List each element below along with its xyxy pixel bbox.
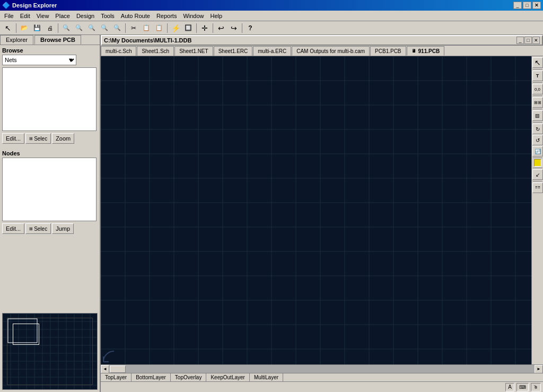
doc-minimize-button[interactable]: _ <box>516 37 524 44</box>
app-icon: 🔷 <box>2 2 10 9</box>
tab-browse-pcb[interactable]: Browse PCB <box>34 35 81 45</box>
tab-multi-c-sch[interactable]: multi-c.Sch <box>101 46 136 56</box>
status-cell-keyboard: ⌨ <box>516 383 529 391</box>
pointer-tool-button[interactable]: ↖ <box>2 22 14 34</box>
cut-button[interactable]: ✂ <box>128 22 139 34</box>
move-button[interactable]: ⚡ <box>170 22 181 34</box>
doc-controls[interactable]: _ □ ✕ <box>516 37 540 44</box>
menu-reports[interactable]: Reports <box>153 12 180 20</box>
print-button[interactable]: 🖨 <box>44 22 56 34</box>
menu-design[interactable]: Design <box>73 12 98 20</box>
help-button[interactable]: ? <box>244 22 256 34</box>
zoom-in-button[interactable]: 🔍 <box>60 22 72 34</box>
toolbar-separator-2 <box>58 23 58 33</box>
title-bar-controls[interactable]: _ □ ✕ <box>513 2 541 9</box>
tab-pcb1-pcb[interactable]: PCB1.PCB <box>370 46 406 56</box>
browse-edit-button[interactable]: Edit... <box>2 133 24 144</box>
nodes-jump-button[interactable]: Jump <box>52 223 74 234</box>
tab-multi-a-erc[interactable]: multi-a.ERC <box>253 46 291 56</box>
toolbar-separator-3 <box>125 23 126 33</box>
minimap-viewport <box>13 324 39 345</box>
title-bar: 🔷 Design Explorer _ □ ✕ <box>0 0 543 11</box>
menu-place[interactable]: Place <box>52 12 73 20</box>
nodes-listbox[interactable] <box>2 158 97 221</box>
doc-tabs: multi-c.Sch Sheet1.Sch Sheet1.NET Sheet1… <box>101 46 543 56</box>
rs-hatch-button[interactable]: ▨ <box>532 110 543 121</box>
maximize-button[interactable]: □ <box>523 2 531 9</box>
rs-corner-button[interactable]: ↙ <box>532 169 543 180</box>
hscroll[interactable]: ◄ ► <box>101 364 543 373</box>
paste-button[interactable]: 📋 <box>153 22 165 34</box>
hscroll-right-button[interactable]: ► <box>535 365 543 373</box>
copy-button[interactable]: 📋 <box>141 22 152 34</box>
nodes-select-button[interactable]: ⊞ Selec <box>25 223 51 234</box>
nodes-edit-button[interactable]: Edit... <box>2 223 24 234</box>
nodes-section: Nodes Edit... ⊞ Selec Jump <box>0 148 100 311</box>
rs-dots-button[interactable]: ⠿⠿ <box>532 182 543 193</box>
main-area: Explorer Browse PCB Browse Nets Componen… <box>0 35 543 392</box>
browse-btn-row: Edit... ⊞ Selec Zoom <box>2 133 98 144</box>
browse-label: Browse <box>2 47 98 54</box>
doc-maximize-button[interactable]: □ <box>524 37 532 44</box>
undo-button[interactable]: ↩ <box>215 22 227 34</box>
close-button[interactable]: ✕ <box>532 2 541 9</box>
zoom-select-button[interactable]: 🔍 <box>111 22 123 34</box>
redo-button[interactable]: ↪ <box>228 22 240 34</box>
cross-hair-button[interactable]: ✛ <box>199 22 211 34</box>
save-button[interactable]: 💾 <box>31 22 43 34</box>
rs-text-button[interactable]: T <box>532 71 543 81</box>
status-cell-mouse: 🖱 <box>531 383 541 391</box>
rs-grid-button[interactable]: ⊞⊞ <box>532 97 543 108</box>
tab-cam-outputs[interactable]: CAM Outputs for multi-b.cam <box>292 46 370 56</box>
browse-zoom-button[interactable]: Zoom <box>52 133 74 144</box>
zoom-out-button[interactable]: 🔍 <box>73 22 85 34</box>
status-cell-a: A <box>505 383 514 391</box>
rs-rotate-cw-button[interactable]: ↻ <box>532 124 543 134</box>
pcb-grid-canvas <box>101 56 531 364</box>
menu-file[interactable]: File <box>1 12 17 20</box>
zoom-fit-button[interactable]: 🔍 <box>86 22 98 34</box>
rs-separator-8 <box>533 181 542 181</box>
pcb-canvas[interactable] <box>101 56 531 364</box>
rs-separator-3 <box>533 95 542 96</box>
toolbar-separator-4 <box>167 23 168 33</box>
menu-tools[interactable]: Tools <box>98 12 118 20</box>
menu-help[interactable]: Help <box>207 12 226 20</box>
rs-select-button[interactable]: ↖ <box>532 57 543 68</box>
tab-sheet1-net[interactable]: Sheet1.NET <box>174 46 213 56</box>
rs-coord-button[interactable]: 0,0 <box>532 84 543 94</box>
browse-select-button[interactable]: ⊞ Selec <box>25 133 51 144</box>
rs-yellow-box[interactable] <box>534 159 541 167</box>
right-sidebar: ↖ T 0,0 ⊞⊞ ▨ ↻ ↺ 🔃 ↙ ⠿⠿ <box>531 56 543 364</box>
doc-close-button[interactable]: ✕ <box>532 37 540 44</box>
layer-top[interactable]: TopLayer <box>101 373 132 381</box>
hscroll-thumb[interactable] <box>110 365 126 373</box>
layer-topoverlay[interactable]: TopOverlay <box>171 373 207 381</box>
tab-911-pcb[interactable]: 🖥 911.PCB <box>407 46 445 56</box>
open-button[interactable]: 📂 <box>19 22 30 34</box>
right-area: C:\My Documents\MULTI-1.DDB _ □ ✕ multi-… <box>101 35 543 392</box>
layer-bottom[interactable]: BottomLayer <box>132 373 171 381</box>
browse-dropdown[interactable]: Nets Components Footprints <box>2 55 76 65</box>
select-icon: ⊞ <box>29 136 33 141</box>
layer-keepout[interactable]: KeepOutLayer <box>206 373 250 381</box>
menu-view[interactable]: View <box>33 12 52 20</box>
hscroll-left-button[interactable]: ◄ <box>101 365 109 373</box>
rs-rotate-ccw-button[interactable]: ↺ <box>532 135 543 145</box>
rs-rotate-180-button[interactable]: 🔃 <box>532 146 543 156</box>
tab-explorer[interactable]: Explorer <box>0 35 33 45</box>
toolbar-separator-5 <box>196 23 197 33</box>
menu-autoroute[interactable]: Auto Route <box>118 12 153 20</box>
tab-sheet1-sch[interactable]: Sheet1.Sch <box>137 46 174 56</box>
component-button[interactable]: 🔲 <box>182 22 194 34</box>
pcb-tab-icon: 🖥 <box>411 48 416 54</box>
tab-sheet1-erc[interactable]: Sheet1.ERC <box>214 46 253 56</box>
layer-multi[interactable]: MultiLayer <box>250 373 283 381</box>
menu-window[interactable]: Window <box>180 12 207 20</box>
minimize-button[interactable]: _ <box>513 2 522 9</box>
menu-edit[interactable]: Edit <box>17 12 33 20</box>
zoom-area-button[interactable]: 🔍 <box>99 22 110 34</box>
hscroll-track[interactable] <box>109 365 535 373</box>
browse-listbox[interactable] <box>2 67 97 131</box>
browse-section: Browse Nets Components Footprints ▼ Edit… <box>0 45 100 148</box>
